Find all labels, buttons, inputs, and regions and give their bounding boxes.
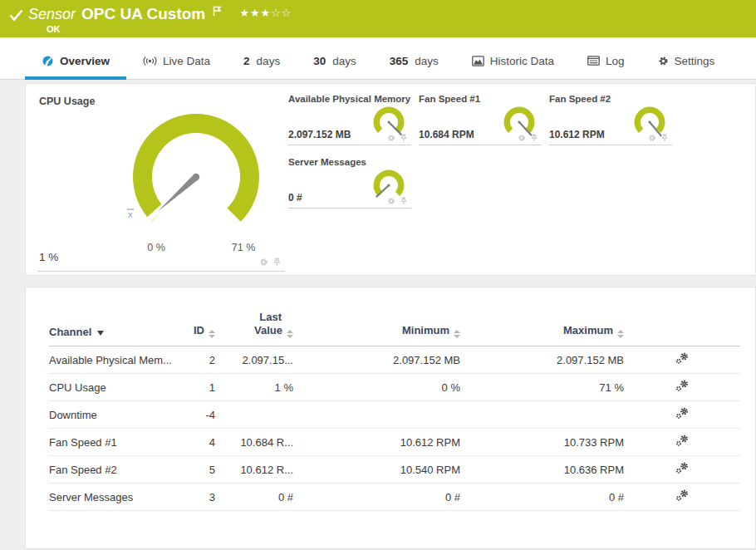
channel-name[interactable]: CPU Usage bbox=[49, 374, 174, 401]
channel-id: 5 bbox=[174, 456, 215, 484]
gauge-title: CPU Usage bbox=[39, 96, 95, 107]
gear-icon[interactable] bbox=[387, 134, 395, 142]
sort-desc-icon bbox=[97, 331, 104, 336]
gear-icon[interactable] bbox=[518, 134, 526, 142]
gauge-title: Fan Speed #2 bbox=[549, 94, 611, 104]
gauge-tile-available-memory: Available Physical Memory 2.097.152 MB bbox=[288, 94, 411, 145]
column-header-id[interactable]: ID bbox=[174, 306, 215, 346]
channel-last-value: 1 % bbox=[215, 374, 293, 401]
channel-maximum: 0 # bbox=[460, 484, 624, 511]
sort-icon bbox=[617, 330, 624, 338]
gauges-panel: CPU Usage x 0 % 71 % 1 % Available Physi… bbox=[25, 83, 756, 276]
tab-label: Log bbox=[606, 55, 625, 67]
channel-last-value: 0 # bbox=[215, 484, 293, 511]
tab-2-days[interactable]: 2 days bbox=[227, 42, 297, 79]
tab-label: Historic Data bbox=[490, 55, 554, 67]
tab-30-days[interactable]: 30 days bbox=[297, 42, 373, 79]
channel-settings-icon[interactable] bbox=[675, 352, 690, 365]
column-header-channel[interactable]: Channel bbox=[49, 306, 174, 346]
channel-minimum bbox=[293, 401, 460, 429]
average-marker: x bbox=[128, 209, 133, 219]
column-header-maximum[interactable]: Maximum bbox=[460, 306, 624, 346]
sort-icon bbox=[209, 330, 215, 338]
channel-maximum: 10.733 RPM bbox=[460, 429, 624, 456]
gauge-current-value: 0 # bbox=[288, 192, 302, 204]
gauge-icon bbox=[42, 55, 54, 67]
log-icon bbox=[587, 56, 600, 66]
tab-label: Settings bbox=[675, 55, 715, 67]
cpu-gauge-dial: x bbox=[117, 106, 275, 239]
gauge-tile-fan-speed-2: Fan Speed #2 10.612 RPM bbox=[549, 94, 672, 145]
channel-settings-icon[interactable] bbox=[675, 435, 690, 447]
pin-icon[interactable] bbox=[400, 197, 408, 205]
gauge-current-value: 10.684 RPM bbox=[419, 129, 474, 140]
pin-icon[interactable] bbox=[400, 134, 408, 142]
channel-table-panel: Channel ID Last Value Minimum Maximum bbox=[25, 287, 756, 549]
gear-icon[interactable] bbox=[259, 258, 268, 267]
tab-365-days[interactable]: 365 days bbox=[373, 42, 455, 79]
channel-id: 1 bbox=[174, 374, 215, 401]
gauge-title: Fan Speed #1 bbox=[419, 94, 480, 104]
channel-last-value bbox=[215, 401, 293, 429]
gauge-title: Available Physical Memory bbox=[288, 94, 410, 104]
gear-icon bbox=[658, 56, 669, 66]
priority-stars[interactable]: ★★★☆☆ bbox=[239, 7, 292, 19]
channel-name[interactable]: Server Messages bbox=[49, 484, 174, 511]
channel-id: 2 bbox=[174, 346, 215, 374]
channel-settings-icon[interactable] bbox=[675, 489, 690, 502]
column-header-minimum[interactable]: Minimum bbox=[293, 306, 460, 346]
table-row: Fan Speed #1 4 10.684 R... 10.612 RPM 10… bbox=[49, 429, 740, 456]
channel-id: 4 bbox=[174, 429, 215, 456]
channel-maximum bbox=[460, 401, 624, 429]
channel-settings-icon[interactable] bbox=[675, 407, 690, 420]
gauge-current-value: 10.612 RPM bbox=[549, 129, 605, 140]
tab-settings[interactable]: Settings bbox=[641, 42, 732, 79]
tab-bar: Overview Live Data 2 days 30 days 365 da… bbox=[0, 37, 756, 80]
table-header-row: Channel ID Last Value Minimum Maximum bbox=[49, 306, 740, 346]
table-row: Downtime -4 bbox=[49, 401, 740, 429]
pin-icon[interactable] bbox=[530, 134, 538, 142]
tab-label: days bbox=[257, 55, 281, 67]
channel-name[interactable]: Fan Speed #1 bbox=[49, 429, 174, 456]
channel-maximum: 2.097.152 MB bbox=[460, 346, 624, 374]
stars-empty: ☆☆ bbox=[271, 7, 292, 19]
channel-id: -4 bbox=[174, 401, 215, 429]
sensor-status-header: Sensor OPC UA Custom ★★★☆☆ OK bbox=[0, 0, 756, 37]
gear-icon[interactable] bbox=[648, 134, 656, 142]
gauge-scale-min: 0 % bbox=[135, 242, 177, 253]
channel-minimum: 10.540 RPM bbox=[293, 456, 460, 484]
historic-chart-icon bbox=[472, 56, 484, 66]
prtg-sensor-page: Sensor OPC UA Custom ★★★☆☆ OK Overview L… bbox=[0, 0, 756, 550]
tab-number: 365 bbox=[390, 55, 409, 67]
channel-last-value: 2.097.15... bbox=[215, 346, 293, 374]
pin-icon[interactable] bbox=[272, 258, 282, 267]
table-row: Server Messages 3 0 # 0 # 0 # bbox=[49, 484, 740, 511]
channel-last-value: 10.612 R... bbox=[215, 456, 293, 484]
tab-overview[interactable]: Overview bbox=[25, 42, 126, 79]
gear-icon[interactable] bbox=[387, 197, 395, 205]
channel-name[interactable]: Available Physical Mem... bbox=[49, 346, 174, 374]
channel-settings-icon[interactable] bbox=[675, 462, 690, 474]
sensor-kind-label: Sensor bbox=[28, 6, 76, 23]
sort-icon bbox=[454, 330, 460, 338]
tab-historic-data[interactable]: Historic Data bbox=[455, 42, 571, 79]
tab-label: Overview bbox=[60, 55, 110, 67]
page-title: OPC UA Custom bbox=[81, 5, 205, 23]
tab-label: days bbox=[332, 55, 356, 67]
table-row: Available Physical Mem... 2 2.097.15... … bbox=[49, 346, 740, 374]
gauge-scale-max: 71 % bbox=[223, 242, 264, 253]
channel-minimum: 2.097.152 MB bbox=[293, 346, 460, 374]
gauge-title: Server Messages bbox=[288, 157, 366, 167]
pin-icon[interactable] bbox=[660, 134, 669, 142]
channel-name[interactable]: Fan Speed #2 bbox=[49, 456, 174, 484]
tab-log[interactable]: Log bbox=[571, 42, 641, 79]
tab-live-data[interactable]: Live Data bbox=[126, 42, 227, 79]
gauge-current-value: 2.097.152 MB bbox=[288, 129, 351, 140]
status-badge: OK bbox=[47, 24, 61, 34]
flag-icon bbox=[213, 6, 222, 17]
channel-id: 3 bbox=[174, 484, 215, 511]
column-header-last-value[interactable]: Last Value bbox=[215, 306, 293, 346]
channel-name[interactable]: Downtime bbox=[49, 401, 174, 429]
channel-settings-icon[interactable] bbox=[675, 380, 690, 392]
gauge-tile-fan-speed-1: Fan Speed #1 10.684 RPM bbox=[419, 94, 542, 145]
